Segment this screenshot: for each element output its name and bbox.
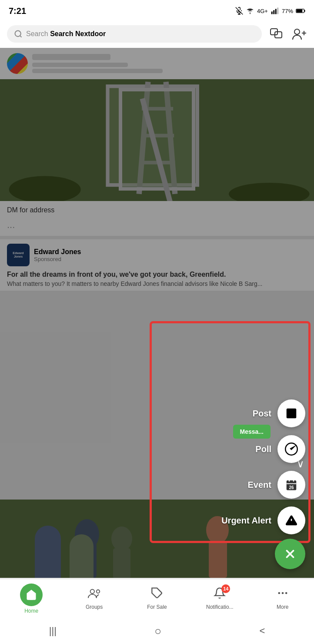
post-icon xyxy=(285,407,298,420)
notification-badge: 14 xyxy=(221,584,230,593)
fab-post-button[interactable] xyxy=(277,399,305,427)
android-menu-btn[interactable]: ||| xyxy=(49,625,57,637)
nav-groups-icon xyxy=(87,587,101,602)
fab-poll-button[interactable] xyxy=(277,435,305,463)
battery-icon xyxy=(296,8,305,14)
fab-menu: Post Poll Event xyxy=(221,399,305,534)
search-placeholder: Search Search Nextdoor xyxy=(26,30,106,38)
svg-rect-5 xyxy=(273,10,274,14)
nav-groups-label: Groups xyxy=(86,604,103,610)
status-icons: 4G+ 77% xyxy=(235,7,305,15)
feed-area: DM for address ... EdwardJones Edward Jo… xyxy=(0,48,314,578)
svg-rect-4 xyxy=(271,12,273,14)
svg-point-49 xyxy=(278,592,280,594)
wifi-icon xyxy=(246,7,254,15)
mute-icon xyxy=(235,7,243,15)
nav-more-label: More xyxy=(277,604,288,610)
nav-for-sale-label: For Sale xyxy=(147,604,167,610)
nav-notifications-label: Notificatio... xyxy=(206,604,234,610)
groups-icon xyxy=(87,587,101,599)
nav-more-icon xyxy=(277,587,289,602)
svg-rect-35 xyxy=(287,409,297,419)
svg-text:26: 26 xyxy=(289,485,294,490)
chat-icon xyxy=(270,27,284,41)
search-bar-container: Search Search Nextdoor xyxy=(0,22,314,48)
svg-rect-10 xyxy=(297,10,303,13)
nav-for-sale-icon xyxy=(151,587,163,602)
header-icons xyxy=(269,26,307,42)
svg-point-47 xyxy=(96,590,100,593)
fab-poll-item[interactable]: Poll xyxy=(255,435,305,463)
fab-post-item[interactable]: Post xyxy=(253,399,305,427)
nav-home[interactable]: Home xyxy=(14,584,49,614)
battery-text: 77% xyxy=(282,8,293,14)
status-bar: 7:21 4G+ 77% xyxy=(0,0,314,22)
home-icon xyxy=(25,589,37,601)
poll-icon xyxy=(285,443,298,456)
svg-point-15 xyxy=(294,29,300,34)
nav-notifications[interactable]: 14 Notificatio... xyxy=(202,587,237,610)
svg-rect-9 xyxy=(304,10,305,12)
nav-more[interactable]: More xyxy=(265,587,300,610)
svg-point-11 xyxy=(15,31,21,37)
close-x-icon xyxy=(284,547,297,560)
fab-poll-label: Poll xyxy=(255,444,271,454)
add-neighbor-button[interactable] xyxy=(291,26,307,42)
fab-post-label: Post xyxy=(253,409,271,419)
add-neighbor-icon xyxy=(292,27,307,40)
android-nav: ||| ○ < xyxy=(0,618,314,644)
svg-point-46 xyxy=(90,590,94,594)
fab-event-label: Event xyxy=(248,480,271,490)
fab-urgent-item[interactable]: Urgent Alert xyxy=(221,506,305,534)
nav-home-circle xyxy=(20,584,43,606)
search-icon xyxy=(14,30,23,38)
android-back-btn[interactable]: < xyxy=(259,625,265,637)
svg-rect-7 xyxy=(277,8,278,14)
nav-for-sale[interactable]: For Sale xyxy=(140,587,174,610)
nav-groups[interactable]: Groups xyxy=(77,587,112,610)
signal-text: 4G+ xyxy=(257,8,268,14)
fab-event-item[interactable]: Event 26 xyxy=(248,471,305,499)
svg-point-50 xyxy=(281,592,284,594)
svg-point-3 xyxy=(250,13,251,14)
event-icon: 26 xyxy=(285,478,298,491)
bottom-nav: Home Groups For Sale xyxy=(0,579,314,618)
fab-urgent-button[interactable] xyxy=(277,506,305,534)
svg-rect-6 xyxy=(275,9,277,14)
nav-notifications-icon: 14 xyxy=(214,587,226,602)
svg-point-51 xyxy=(285,592,287,594)
nav-home-label: Home xyxy=(24,608,38,614)
android-home-btn[interactable]: ○ xyxy=(154,624,161,638)
urgent-alert-icon xyxy=(285,514,298,527)
svg-line-12 xyxy=(20,36,22,37)
tag-icon xyxy=(151,587,163,599)
fab-event-button[interactable]: 26 xyxy=(277,471,305,499)
search-input-wrap[interactable]: Search Search Nextdoor xyxy=(7,25,262,43)
chat-button[interactable] xyxy=(269,26,284,42)
status-time: 7:21 xyxy=(9,6,26,16)
fab-close-button[interactable] xyxy=(275,539,305,569)
signal-icon xyxy=(271,7,279,15)
more-dots-icon xyxy=(277,587,289,599)
fab-urgent-label: Urgent Alert xyxy=(221,516,271,526)
